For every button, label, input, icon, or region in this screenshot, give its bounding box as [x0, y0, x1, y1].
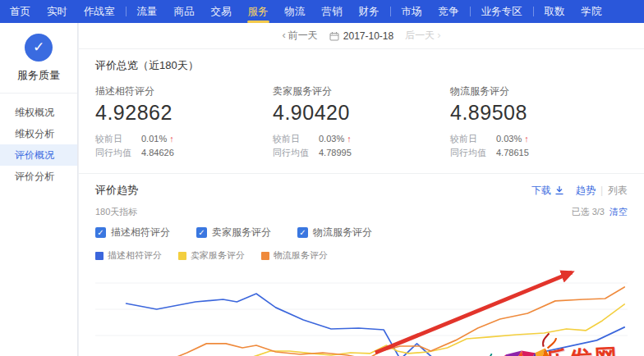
filter-label: 180天指标 [95, 206, 137, 218]
next-day-button[interactable]: 后一天› [405, 29, 443, 43]
nav-divider [470, 7, 471, 16]
legend-swatch-icon [261, 252, 269, 260]
checkbox-seller-service-score[interactable]: ✓卖家服务评分 [196, 226, 271, 240]
up-arrow-icon: ↑ [169, 134, 174, 144]
checkbox-checked-icon: ✓ [95, 227, 106, 238]
metrics-row: 描述相符评分 4.92862 较前日0.01%↑ 同行均值4.84626 卖家服… [95, 73, 628, 173]
current-date: 2017-10-18 [343, 30, 393, 42]
compare-value: 0.03% [496, 134, 522, 144]
download-icon [554, 185, 564, 195]
nav-item-business-zone[interactable]: 业务专区 [473, 0, 531, 23]
compare-label: 较前日 [95, 132, 141, 146]
metric-card-description-score: 描述相符评分 4.92862 较前日0.01%↑ 同行均值4.84626 [95, 84, 273, 160]
top-nav: 首页 实时 作战室 流量 商品 交易 服务 物流 营销 财务 市场 竞争 业务专… [0, 0, 644, 23]
nav-item-data-extract[interactable]: 取数 [536, 0, 573, 23]
peer-value: 4.78995 [319, 148, 352, 157]
compare-value: 0.03% [319, 134, 344, 144]
compare-label: 较前日 [450, 132, 496, 146]
compare-value: 0.01% [141, 134, 167, 144]
nav-divider [126, 7, 126, 16]
legend-swatch-icon [95, 252, 104, 260]
metric-value: 4.89508 [450, 101, 628, 125]
nav-item-logistics[interactable]: 物流 [277, 0, 314, 23]
metric-value: 4.90420 [273, 101, 450, 125]
trend-title: 评价趋势 [95, 183, 138, 198]
sidebar-header: ✓ 服务质量 [0, 23, 77, 94]
checkbox-logistics-score[interactable]: ✓物流服务评分 [297, 226, 372, 240]
metric-value: 4.92862 [95, 101, 273, 125]
sidebar-title: 服务质量 [0, 68, 77, 83]
checkbox-description-score[interactable]: ✓描述相符评分 [95, 226, 170, 240]
site-watermark: 乐发网 www.6pf.cn [486, 331, 626, 356]
selected-count: 已选 3/3 [572, 207, 605, 217]
nav-item-goods[interactable]: 商品 [166, 0, 203, 23]
metric-checkboxes: ✓描述相符评分 ✓卖家服务评分 ✓物流服务评分 [95, 226, 628, 240]
nav-item-academy[interactable]: 学院 [573, 0, 610, 23]
main-panel: ‹前一天 2017-10-18 后一天› 评价总览（近180天） 描述相符评分 … [79, 23, 644, 356]
service-quality-icon: ✓ [25, 34, 53, 62]
sidebar: ✓ 服务质量 维权概况 维权分析 评价概况 评价分析 [0, 23, 78, 356]
nav-item-finance[interactable]: 财务 [351, 0, 388, 23]
sidebar-menu: 维权概况 维权分析 评价概况 评价分析 [0, 94, 77, 187]
overview-title: 评价总览（近180天） [95, 58, 628, 73]
nav-item-service[interactable]: 服务 [240, 0, 277, 23]
download-button[interactable]: 下载 [531, 184, 564, 198]
checkbox-checked-icon: ✓ [196, 227, 207, 238]
nav-divider [533, 7, 534, 16]
metric-card-logistics-score: 物流服务评分 4.89508 较前日0.03%↑ 同行均值4.78615 [450, 84, 628, 160]
review-overview-section: 评价总览（近180天） 描述相符评分 4.92862 较前日0.01%↑ 同行均… [79, 49, 644, 173]
nav-item-market[interactable]: 市场 [393, 0, 430, 23]
sidebar-item-review-analysis[interactable]: 评价分析 [0, 166, 77, 187]
metric-card-seller-service-score: 卖家服务评分 4.90420 较前日0.03%↑ 同行均值4.78995 [273, 84, 450, 160]
sidebar-item-rights-overview[interactable]: 维权概况 [0, 102, 77, 123]
compare-label: 较前日 [273, 132, 319, 146]
metric-label: 卖家服务评分 [273, 84, 450, 98]
up-arrow-icon: ↑ [524, 134, 529, 144]
calendar-icon [329, 31, 339, 41]
checkbox-checked-icon: ✓ [297, 227, 308, 238]
trend-chart: 乐发网 www.6pf.cn [95, 265, 628, 356]
nav-item-trade[interactable]: 交易 [203, 0, 240, 23]
review-trend-section: 评价趋势 下载 趋势|列表 180天指标 已选 3/3清空 ✓描述相符评分 ✓卖… [79, 173, 644, 356]
peer-value: 4.84626 [141, 148, 174, 157]
legend-item-seller-service-score[interactable]: 卖家服务评分 [178, 249, 245, 262]
date-bar: ‹前一天 2017-10-18 后一天› [79, 23, 644, 49]
chart-legend: 描述相符评分 卖家服务评分 物流服务评分 [95, 249, 628, 262]
view-trend-toggle[interactable]: 趋势 [576, 185, 596, 196]
chevron-right-icon: › [437, 29, 440, 41]
legend-swatch-icon [178, 252, 186, 260]
nav-item-war-room[interactable]: 作战室 [76, 0, 123, 23]
legend-item-description-score[interactable]: 描述相符评分 [95, 249, 162, 262]
sidebar-item-review-overview[interactable]: 评价概况 [0, 144, 77, 166]
nav-divider [390, 7, 391, 16]
prev-day-button[interactable]: ‹前一天 [279, 29, 317, 43]
nav-item-competition[interactable]: 竞争 [430, 0, 467, 23]
up-arrow-icon: ↑ [347, 134, 352, 144]
nav-item-traffic[interactable]: 流量 [129, 0, 166, 23]
nav-item-realtime[interactable]: 实时 [39, 0, 76, 23]
peer-label: 同行均值 [273, 146, 319, 160]
view-switch: 趋势|列表 [576, 184, 628, 198]
nav-item-home[interactable]: 首页 [2, 0, 39, 23]
sidebar-item-rights-analysis[interactable]: 维权分析 [0, 123, 77, 144]
view-list-toggle[interactable]: 列表 [608, 185, 628, 196]
metric-label: 物流服务评分 [450, 84, 628, 98]
peer-label: 同行均值 [95, 146, 141, 160]
watermark-brand: 乐发网 [545, 346, 619, 356]
chevron-left-icon: ‹ [282, 29, 285, 41]
nav-item-marketing[interactable]: 营销 [314, 0, 351, 23]
peer-value: 4.78615 [496, 148, 529, 157]
clear-selection-button[interactable]: 清空 [610, 207, 628, 217]
peer-label: 同行均值 [450, 146, 496, 160]
legend-item-logistics-score[interactable]: 物流服务评分 [261, 249, 328, 262]
metric-label: 描述相符评分 [95, 84, 273, 98]
date-picker[interactable]: 2017-10-18 [329, 30, 393, 42]
